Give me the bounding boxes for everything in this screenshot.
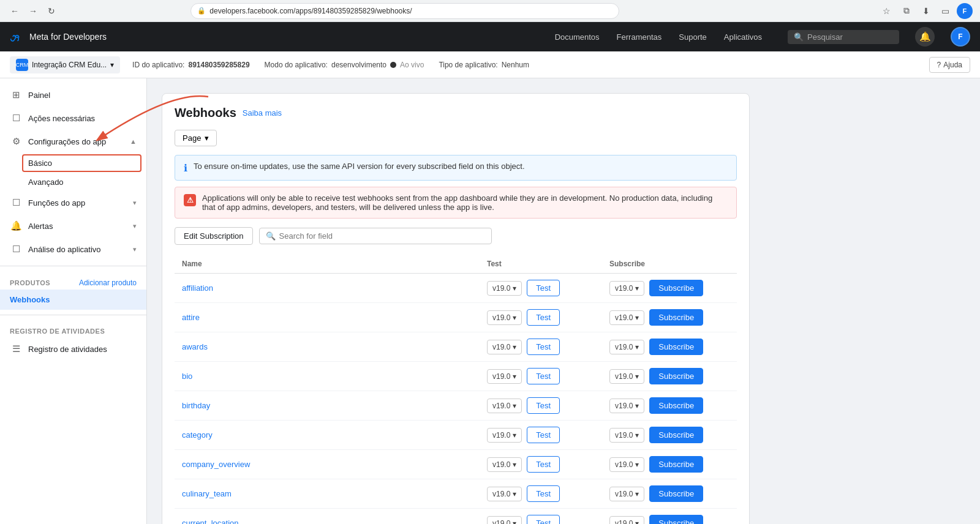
test-button[interactable]: Test [527, 456, 560, 473]
subscribe-version-select[interactable]: v19.0 ▾ [609, 487, 644, 501]
field-name-cell: company_overview [175, 450, 480, 479]
extensions-icon[interactable]: ⧉ [898, 2, 915, 20]
page-dropdown[interactable]: Page ▾ [175, 130, 217, 146]
field-name-link[interactable]: company_overview [182, 460, 250, 469]
subscribe-version-select[interactable]: v19.0 ▾ [609, 399, 644, 413]
test-button[interactable]: Test [527, 485, 560, 502]
field-name-link[interactable]: culinary_team [182, 489, 232, 498]
subscribe-button[interactable]: Subscribe [649, 485, 703, 502]
subscribe-version-select[interactable]: v19.0 ▾ [609, 369, 644, 384]
subscribe-version-select[interactable]: v19.0 ▾ [609, 457, 644, 472]
subscribe-button[interactable]: Subscribe [649, 397, 703, 414]
test-button[interactable]: Test [527, 339, 560, 355]
test-cell: v19.0 ▾ Test [480, 303, 602, 332]
subscribe-button[interactable]: Subscribe [649, 427, 703, 443]
test-button[interactable]: Test [527, 515, 560, 524]
subscribe-version-select[interactable]: v19.0 ▾ [609, 516, 644, 525]
subscribe-button[interactable]: Subscribe [649, 456, 703, 473]
test-version-select[interactable]: v19.0 ▾ [487, 310, 522, 325]
analise-icon: ☐ [10, 243, 22, 255]
test-button[interactable]: Test [527, 368, 560, 384]
test-version-select[interactable]: v19.0 ▾ [487, 516, 522, 525]
field-name-link[interactable]: birthday [182, 401, 210, 410]
test-version-select[interactable]: v19.0 ▾ [487, 281, 522, 296]
test-version-select[interactable]: v19.0 ▾ [487, 399, 522, 413]
test-cell: v19.0 ▾ Test [480, 362, 602, 391]
forward-button[interactable]: → [26, 4, 40, 18]
test-version-select[interactable]: v19.0 ▾ [487, 487, 522, 501]
field-name-link[interactable]: category [182, 430, 213, 440]
sidebar-sub-basico[interactable]: Básico [22, 154, 141, 172]
test-button[interactable]: Test [527, 397, 560, 414]
bookmark-icon[interactable]: ☆ [878, 2, 895, 20]
subscribe-button[interactable]: Subscribe [649, 339, 703, 355]
subscribe-version-select[interactable]: v19.0 ▾ [609, 281, 644, 296]
test-button[interactable]: Test [527, 280, 560, 296]
search-field-input[interactable] [279, 231, 485, 241]
app-selector[interactable]: CRM Integração CRM Edu... ▾ [10, 56, 120, 73]
test-version-select[interactable]: v19.0 ▾ [487, 428, 522, 443]
subscribe-button[interactable]: Subscribe [649, 309, 703, 326]
products-label: Produtos [10, 279, 50, 286]
webhooks-title: Webhooks Saiba mais [175, 106, 737, 120]
subscribe-button[interactable]: Subscribe [649, 368, 703, 384]
address-bar[interactable]: 🔒 developers.facebook.com/apps/891480359… [190, 3, 619, 19]
app-id-value: 891480359285829 [188, 61, 249, 69]
nav-suporte[interactable]: Suporte [670, 22, 715, 51]
help-button[interactable]: ? Ajuda [929, 57, 970, 73]
subscribe-version-select[interactable]: v19.0 ▾ [609, 310, 644, 325]
sidebar-item-funcoes[interactable]: ☐ Funções do app ▾ [0, 191, 146, 214]
nav-aplicativos[interactable]: Aplicativos [715, 22, 771, 51]
alertas-icon: 🔔 [10, 220, 22, 232]
download-icon[interactable]: ⬇ [918, 2, 935, 20]
test-version-select[interactable]: v19.0 ▾ [487, 457, 522, 472]
field-name-link[interactable]: awards [182, 342, 208, 351]
type-label: Tipo de aplicativo: [439, 61, 497, 69]
field-name-link[interactable]: attire [182, 313, 200, 322]
field-name-link[interactable]: bio [182, 372, 192, 381]
sidebar-item-configs[interactable]: ⚙ Configurações do app ▲ [0, 130, 146, 153]
search-input[interactable] [807, 32, 893, 42]
search-field[interactable]: 🔍 [259, 228, 492, 244]
sidebar-item-painel[interactable]: ⊞ Painel [0, 83, 146, 107]
subscribe-button[interactable]: Subscribe [649, 515, 703, 524]
sidebar-item-webhooks[interactable]: Webhooks [0, 290, 146, 310]
app-mode-info: Modo do aplicativo: desenvolvimento Ao v… [265, 61, 424, 69]
sidebar-label-activity: Registro de atividades [28, 345, 107, 354]
meta-search[interactable]: 🔍 [788, 30, 899, 44]
saiba-mais-link[interactable]: Saiba mais [243, 108, 282, 118]
field-name-cell: affiliation [175, 274, 480, 303]
refresh-button[interactable]: ↻ [44, 4, 59, 18]
funcoes-chevron: ▾ [133, 199, 137, 207]
app-id-info: ID do aplicativo: 891480359285829 [132, 61, 250, 69]
back-button[interactable]: ← [7, 4, 22, 18]
user-avatar[interactable]: F [957, 3, 973, 19]
nav-user-avatar[interactable]: F [951, 27, 970, 47]
test-button[interactable]: Test [527, 309, 560, 326]
sidebar-label-acoes: Ações necessárias [28, 114, 95, 123]
field-name-link[interactable]: current_location [182, 518, 239, 524]
edit-subscription-button[interactable]: Edit Subscription [175, 227, 253, 245]
subscribe-cell: v19.0 ▾ Subscribe [602, 274, 737, 303]
subscribe-version-select[interactable]: v19.0 ▾ [609, 340, 644, 354]
sidebar-sub-avancado[interactable]: Avançado [0, 173, 146, 191]
test-button[interactable]: Test [527, 427, 560, 443]
nav-ferramentas[interactable]: Ferramentas [608, 22, 671, 51]
notification-icon[interactable]: 🔔 [915, 27, 935, 47]
sidebar-item-activity[interactable]: ☰ Registro de atividades [0, 337, 146, 361]
col-header-name: Name [175, 255, 480, 274]
add-product-button[interactable]: Adicionar produto [79, 279, 137, 287]
cast-icon[interactable]: ▭ [937, 2, 954, 20]
meta-logo[interactable]: Meta for Developers [10, 32, 107, 42]
field-name-link[interactable]: affiliation [182, 283, 213, 293]
subscribe-version-select[interactable]: v19.0 ▾ [609, 428, 644, 443]
info-text: To ensure on-time updates, use the same … [194, 162, 525, 171]
nav-documentos[interactable]: Documentos [546, 22, 608, 51]
test-version-select[interactable]: v19.0 ▾ [487, 369, 522, 384]
subscribe-button[interactable]: Subscribe [649, 280, 703, 296]
activity-section-label: Registro de atividades [10, 328, 105, 335]
sidebar-item-analise[interactable]: ☐ Análise do aplicativo ▾ [0, 238, 146, 261]
test-version-select[interactable]: v19.0 ▾ [487, 340, 522, 354]
sidebar-item-alertas[interactable]: 🔔 Alertas ▾ [0, 214, 146, 238]
sidebar-item-acoes[interactable]: ☐ Ações necessárias [0, 107, 146, 130]
